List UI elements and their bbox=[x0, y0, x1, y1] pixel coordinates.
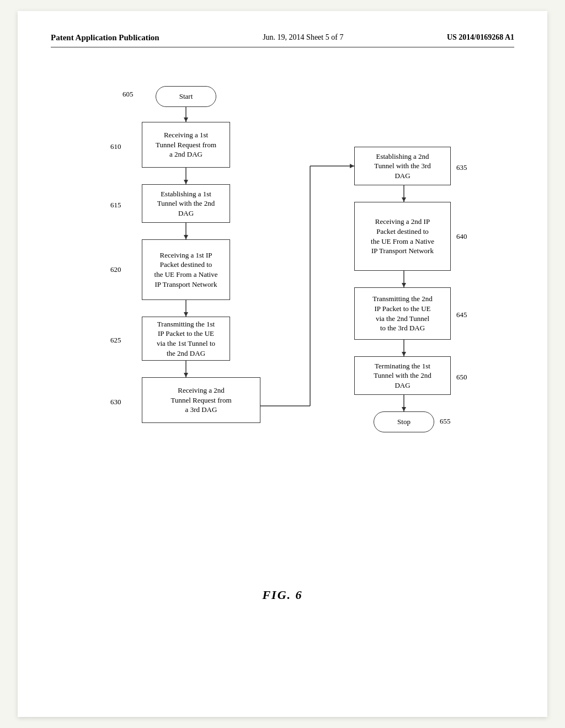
label-630: 630 bbox=[110, 398, 121, 406]
page-header: Patent Application Publication Jun. 19, … bbox=[51, 33, 514, 47]
svg-marker-13 bbox=[350, 164, 354, 168]
svg-marker-1 bbox=[184, 117, 188, 122]
label-625: 625 bbox=[110, 336, 121, 345]
publication-label: Patent Application Publication bbox=[51, 33, 159, 42]
start-node: Start bbox=[156, 86, 216, 107]
flowchart: Start 605 Receiving a 1stTunnel Request … bbox=[89, 69, 476, 566]
label-605: 605 bbox=[122, 90, 134, 99]
label-640: 640 bbox=[456, 232, 467, 241]
svg-marker-3 bbox=[184, 180, 188, 184]
stop-node: Stop bbox=[374, 411, 434, 432]
label-615: 615 bbox=[110, 201, 121, 210]
label-655: 655 bbox=[440, 417, 451, 426]
node-645: Transmitting the 2ndIP Packet to the UEv… bbox=[354, 287, 451, 340]
label-635: 635 bbox=[456, 163, 467, 172]
label-620: 620 bbox=[110, 265, 121, 274]
patent-number-label: US 2014/0169268 A1 bbox=[447, 33, 514, 42]
node-640: Receiving a 2nd IPPacket destined tothe … bbox=[354, 202, 451, 271]
svg-marker-7 bbox=[184, 312, 188, 317]
page: Patent Application Publication Jun. 19, … bbox=[18, 11, 547, 717]
label-610: 610 bbox=[110, 142, 121, 151]
node-620: Receiving a 1st IPPacket destined tothe … bbox=[142, 239, 230, 300]
label-650: 650 bbox=[456, 373, 467, 382]
date-sheet-label: Jun. 19, 2014 Sheet 5 of 7 bbox=[263, 33, 343, 42]
svg-marker-15 bbox=[402, 197, 406, 202]
node-635: Establishing a 2ndTunnel with the 3rdDAG bbox=[354, 147, 451, 185]
node-610: Receiving a 1stTunnel Request froma 2nd … bbox=[142, 122, 230, 168]
svg-marker-5 bbox=[184, 235, 188, 239]
node-615: Establishing a 1stTunnel with the 2ndDAG bbox=[142, 184, 230, 223]
svg-marker-21 bbox=[402, 407, 406, 411]
svg-marker-17 bbox=[402, 283, 406, 287]
diagram-area: Start 605 Receiving a 1stTunnel Request … bbox=[51, 69, 514, 602]
svg-marker-19 bbox=[402, 352, 406, 356]
svg-marker-9 bbox=[184, 373, 188, 377]
node-625: Transmitting the 1stIP Packet to the UEv… bbox=[142, 317, 230, 361]
node-630: Receiving a 2ndTunnel Request froma 3rd … bbox=[142, 377, 260, 423]
label-645: 645 bbox=[456, 311, 467, 319]
figure-label: FIG. 6 bbox=[262, 588, 302, 602]
node-650: Terminating the 1stTunnel with the 2ndDA… bbox=[354, 356, 451, 395]
